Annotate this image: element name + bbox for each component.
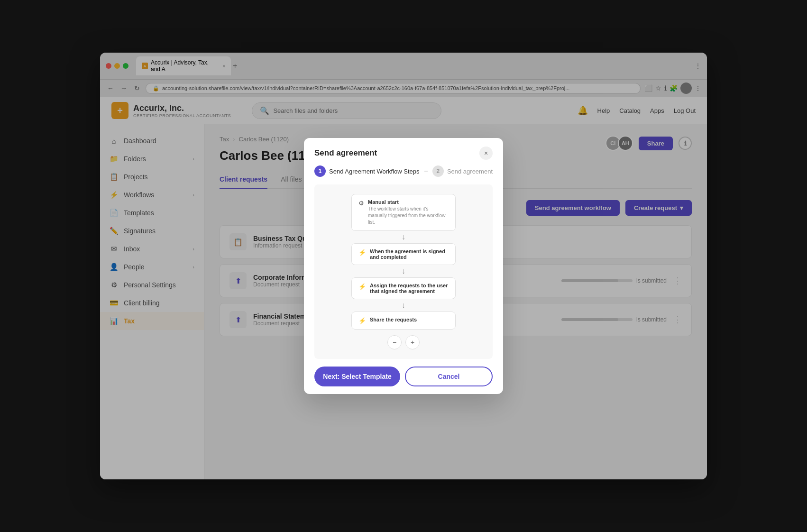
workflow-node-assign-requests: ⚡ Assign the requests to the user that s… (351, 277, 456, 299)
assign-text: Assign the requests to the user that sig… (370, 283, 449, 294)
zoom-in-button[interactable]: + (405, 335, 420, 349)
share-text: Share the requests (370, 317, 417, 322)
workflow-area: ⚙ Manual start The workflow starts when … (314, 184, 493, 359)
step-1-num: 1 (314, 165, 326, 177)
next-button[interactable]: Next: Select Template (314, 367, 400, 386)
zoom-out-button[interactable]: − (387, 335, 402, 349)
manual-start-icon: ⚙ (358, 200, 364, 207)
modal: Send agreement × 1 Send Agreement Workfl… (304, 138, 503, 394)
step-1-label: Send Agreement Workflow Steps (329, 168, 420, 175)
workflow-node-share-requests: ⚡ Share the requests (351, 312, 456, 330)
browser-window: A Accurix | Advisory, Tax, and A × + ⋮ ←… (100, 53, 707, 479)
arrow-1: ↓ (402, 233, 405, 241)
stepper: 1 Send Agreement Workflow Steps 2 Send a… (304, 165, 503, 184)
share-icon: ⚡ (358, 317, 366, 324)
workflow-zoom-controls: − + (387, 335, 420, 349)
agreement-title: When the agreement is signed and complet… (370, 248, 449, 260)
workflow-node-manual-start: ⚙ Manual start The workflow starts when … (351, 194, 456, 231)
agreement-text: When the agreement is signed and complet… (370, 248, 449, 260)
arrow-3: ↓ (402, 301, 405, 310)
assign-title: Assign the requests to the user that sig… (370, 283, 449, 294)
step-2-num: 2 (432, 165, 444, 177)
cancel-button[interactable]: Cancel (405, 367, 493, 386)
workflow-node-agreement-signed: ⚡ When the agreement is signed and compl… (351, 243, 456, 265)
modal-close-button[interactable]: × (479, 147, 493, 160)
step-2-label: Send agreement (447, 168, 493, 175)
modal-overlay: Send agreement × 1 Send Agreement Workfl… (100, 97, 707, 479)
manual-start-desc: The workflow starts when it's manually t… (368, 206, 449, 226)
modal-title: Send agreement (314, 148, 377, 158)
manual-start-text: Manual start The workflow starts when it… (368, 199, 449, 226)
share-title: Share the requests (370, 317, 417, 322)
step-1: 1 Send Agreement Workflow Steps (314, 165, 420, 177)
assign-icon: ⚡ (358, 283, 366, 290)
arrow-2: ↓ (402, 267, 405, 275)
app: + Accurix, Inc. CERTIFIED PROFESSIONAL A… (100, 97, 707, 479)
step-2: 2 Send agreement (432, 165, 493, 177)
manual-start-title: Manual start (368, 199, 449, 205)
modal-header: Send agreement × (304, 138, 503, 165)
modal-footer: Next: Select Template Cancel (304, 359, 503, 394)
step-line (424, 171, 428, 172)
agreement-icon: ⚡ (358, 249, 366, 256)
